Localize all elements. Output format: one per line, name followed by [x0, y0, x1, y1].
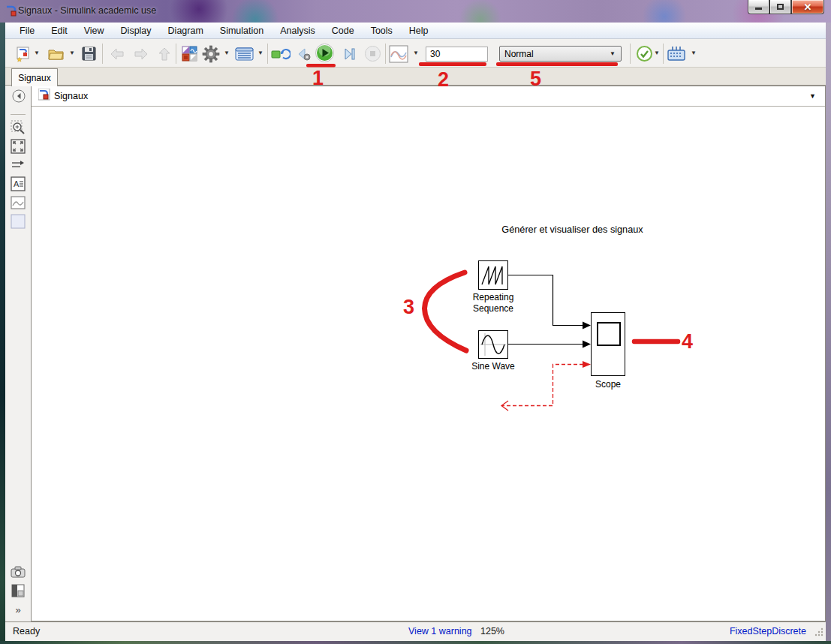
sim-mode-select[interactable]: Normal ▼ — [499, 46, 622, 62]
breadcrumb-model-icon — [38, 89, 51, 104]
menu-edit[interactable]: Edit — [43, 24, 76, 38]
signal-routing-icon[interactable] — [10, 157, 26, 173]
model-config-button[interactable] — [234, 44, 254, 63]
settings-dropdown[interactable]: ▼ — [223, 50, 230, 56]
new-model-dropdown[interactable]: ▼ — [33, 50, 41, 56]
hide-browser-icon[interactable] — [11, 89, 26, 107]
scope-screen — [597, 322, 621, 346]
sawtooth-icon — [479, 261, 507, 289]
back-button[interactable] — [107, 44, 127, 63]
sim-data-inspector-dropdown[interactable]: ▼ — [412, 50, 420, 56]
simulink-window: Signaux - Simulink academic use ✕ File E… — [0, 0, 831, 644]
left-toolbar: A » — [5, 86, 31, 621]
sim-mode-value: Normal — [504, 49, 534, 59]
diagram-canvas[interactable] — [32, 107, 825, 621]
minimize-button[interactable] — [748, 0, 769, 14]
screenshot-camera-icon[interactable] — [10, 564, 26, 580]
toolbar-separator — [385, 44, 386, 64]
annotation-number-5: 5 — [530, 68, 541, 91]
breadcrumb-dropdown-icon[interactable]: ▼ — [809, 92, 816, 100]
build-check-dropdown[interactable]: ▼ — [653, 50, 661, 56]
double-chevron-icon: » — [15, 604, 20, 615]
update-diagram-button[interactable] — [271, 44, 291, 63]
toolbar-separator — [176, 44, 176, 64]
sim-data-inspector-button[interactable] — [389, 44, 408, 63]
toolbar: ▼ ▼ ▼ — [5, 40, 826, 68]
image-icon[interactable] — [10, 194, 26, 211]
target-hardware-button[interactable] — [667, 44, 686, 63]
menu-display[interactable]: Display — [113, 24, 160, 38]
toolbar-separator — [663, 44, 664, 64]
menu-file[interactable]: File — [11, 24, 43, 38]
run-button[interactable] — [315, 44, 334, 62]
target-hardware-dropdown[interactable]: ▼ — [690, 50, 697, 56]
toolbar-separator — [267, 44, 268, 64]
forward-button[interactable] — [131, 44, 151, 63]
combo-caret-icon: ▼ — [610, 50, 616, 57]
status-bar: Ready View 1 warning 125% FixedStepDiscr… — [5, 621, 826, 641]
annotation-icon[interactable]: A — [10, 176, 26, 192]
close-button[interactable]: ✕ — [791, 0, 824, 14]
window-border-bottom — [0, 641, 831, 644]
open-button[interactable] — [47, 44, 66, 63]
maximize-icon — [777, 4, 784, 10]
maximize-button[interactable] — [769, 0, 791, 14]
menu-code[interactable]: Code — [324, 24, 363, 38]
model-config-dropdown[interactable]: ▼ — [257, 50, 264, 56]
menu-tools[interactable]: Tools — [363, 24, 401, 38]
resize-grip[interactable] — [814, 627, 823, 639]
viewmarks-icon[interactable] — [10, 582, 26, 599]
library-browser-button[interactable] — [180, 44, 200, 63]
menu-diagram[interactable]: Diagram — [160, 24, 212, 38]
close-icon: ✕ — [804, 2, 812, 13]
stop-time-input[interactable] — [426, 47, 488, 62]
breadcrumb-item[interactable]: Signaux — [54, 91, 88, 101]
minimize-icon — [755, 8, 762, 10]
up-button[interactable] — [155, 44, 174, 63]
sine-wave-block[interactable] — [478, 330, 508, 359]
open-dropdown[interactable]: ▼ — [68, 50, 76, 56]
svg-text:A: A — [14, 179, 20, 188]
sine-wave-label[interactable]: Sine Wave — [459, 361, 527, 372]
simulink-app-icon — [5, 5, 17, 20]
breadcrumb-bar: Signaux ▼ — [32, 86, 825, 107]
settings-gear-button[interactable] — [201, 44, 221, 63]
annotation-number-1: 1 — [312, 67, 324, 90]
sidebar-separator — [11, 114, 26, 115]
window-border-left — [0, 23, 5, 644]
status-zoom-level: 125% — [480, 626, 504, 636]
new-model-button[interactable] — [14, 44, 34, 63]
tab-label: Signaux — [18, 73, 50, 83]
status-ready: Ready — [13, 626, 40, 636]
model-annotation-text[interactable]: Générer et visualiser des signaux — [492, 224, 653, 235]
menu-help[interactable]: Help — [401, 24, 437, 38]
menu-bar: File Edit View Display Diagram Simulatio… — [5, 23, 826, 39]
menu-view[interactable]: View — [76, 24, 113, 38]
annotation-number-2: 2 — [438, 68, 449, 92]
repeating-sequence-block[interactable] — [478, 260, 508, 290]
build-check-button[interactable] — [634, 44, 654, 63]
fit-to-view-icon[interactable] — [10, 138, 26, 155]
step-back-button[interactable] — [294, 44, 314, 63]
tab-strip: Signaux — [5, 68, 826, 86]
area-box-icon[interactable] — [10, 213, 26, 230]
scope-label[interactable]: Scope — [582, 379, 634, 390]
model-editor: Signaux ▼ — [31, 86, 826, 621]
stop-button[interactable] — [363, 44, 382, 63]
save-button[interactable] — [79, 44, 98, 63]
menu-analysis[interactable]: Analysis — [272, 24, 324, 38]
zoom-region-icon[interactable] — [10, 119, 26, 136]
step-forward-button[interactable] — [340, 44, 360, 63]
tab-signaux[interactable]: Signaux — [11, 68, 58, 86]
scope-block[interactable] — [591, 312, 625, 376]
menu-simulation[interactable]: Simulation — [212, 24, 272, 38]
annotation-number-3: 3 — [403, 296, 414, 319]
status-warning-link[interactable]: View 1 warning — [408, 626, 472, 636]
window-border-right — [826, 23, 831, 644]
title-bar[interactable]: Signaux - Simulink academic use ✕ — [0, 0, 831, 23]
toolbar-separator — [630, 44, 631, 64]
status-solver-link[interactable]: FixedStepDiscrete — [730, 626, 806, 636]
annotation-number-4: 4 — [682, 330, 693, 354]
expand-panel-icon[interactable]: » — [10, 601, 26, 618]
repeating-sequence-label[interactable]: Repeating Sequence — [459, 292, 527, 314]
